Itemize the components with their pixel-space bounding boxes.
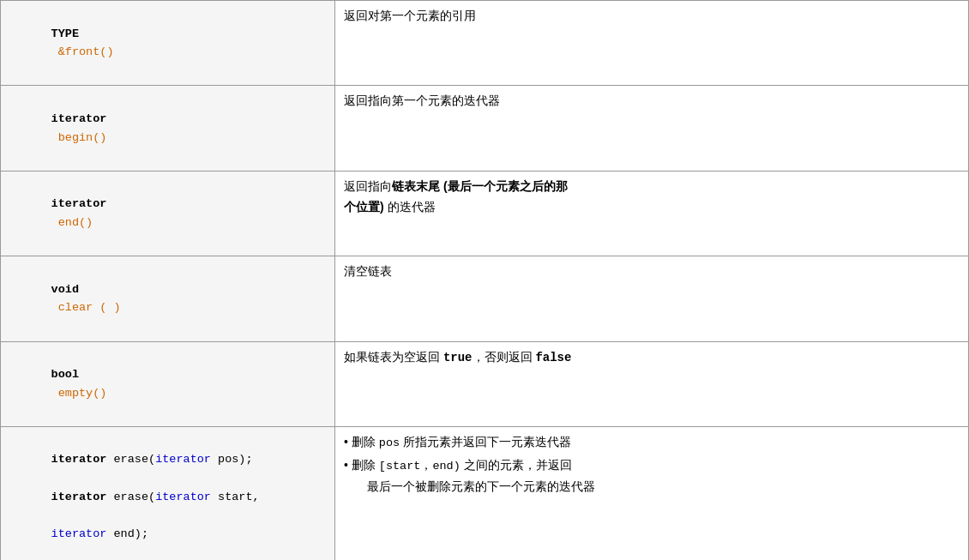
erase-desc-2: • 删除 [start，end) 之间的元素，并返回 最后一个被删除元素的下一个… [344, 455, 960, 497]
reference-table: TYPE &front() 返回对第一个元素的引用 iterator begin… [0, 0, 969, 560]
param-pos: pos); [211, 453, 253, 466]
desc-end-2: 的迭代器 [384, 200, 436, 214]
right-cell-erase: • 删除 pos 所指元素并返回下一元素迭代器 • 删除 [start，end)… [335, 426, 969, 560]
kw-true: true [443, 351, 472, 364]
right-cell-begin: 返回指向第一个元素的迭代器 [335, 86, 969, 171]
desc-begin: 返回指向第一个元素的迭代器 [344, 93, 500, 107]
keyword-iterator-erase1: iterator [51, 453, 107, 466]
erase-desc-1: • 删除 pos 所指元素并返回下一元素迭代器 [344, 432, 960, 454]
func-erase2: erase( [106, 491, 155, 503]
func-clear: clear ( ) [51, 301, 121, 314]
keyword-void-clear: void [51, 283, 79, 296]
type-iterator-erase2: iterator [155, 491, 211, 503]
type-iterator-erase1: iterator [155, 453, 211, 466]
right-cell-end: 返回指向链表末尾 (最后一个元素之后的那 个位置) 的迭代器 [335, 171, 969, 256]
param-end-erase: end); [106, 527, 148, 540]
desc-empty-1: 如果链表为空返回 [344, 350, 443, 364]
left-cell-front: TYPE &front() [1, 1, 335, 86]
desc-end-1: 返回指向 [344, 179, 392, 193]
right-cell-clear: 清空链表 [335, 256, 969, 341]
param-start: start, [211, 491, 260, 503]
func-begin: begin() [51, 131, 107, 144]
right-cell-front: 返回对第一个元素的引用 [335, 1, 969, 86]
desc-end-bold: 链表末尾 (最后一个元素之后的那 [392, 179, 568, 193]
type-iterator-erase3: iterator [51, 527, 107, 540]
left-cell-erase: iterator erase(iterator pos); iterator e… [1, 426, 335, 560]
table-row: TYPE &front() 返回对第一个元素的引用 [1, 1, 969, 86]
left-cell-end: iterator end() [1, 171, 335, 256]
table-row: void clear ( ) 清空链表 [1, 256, 969, 341]
kw-false: false [535, 351, 571, 364]
table-row: iterator begin() 返回指向第一个元素的迭代器 [1, 86, 969, 171]
keyword-bool: bool [51, 368, 79, 381]
func-front: &front() [51, 45, 114, 58]
func-empty: empty() [51, 387, 107, 400]
keyword-iterator-begin: iterator [51, 112, 107, 125]
keyword-iterator-erase2: iterator [51, 491, 107, 503]
keyword-iterator-end: iterator [51, 197, 107, 210]
right-cell-empty: 如果链表为空返回 true，否则返回 false [335, 341, 969, 426]
table-row: iterator erase(iterator pos); iterator e… [1, 426, 969, 560]
left-cell-empty: bool empty() [1, 341, 335, 426]
desc-clear: 清空链表 [344, 264, 392, 278]
desc-front: 返回对第一个元素的引用 [344, 9, 476, 22]
table-row: iterator end() 返回指向链表末尾 (最后一个元素之后的那 个位置)… [1, 171, 969, 256]
func-end: end() [51, 216, 93, 229]
keyword-type: TYPE [51, 27, 79, 40]
func-erase1: erase( [106, 453, 155, 466]
desc-end-bold2: 个位置) [344, 200, 384, 214]
table-row: bool empty() 如果链表为空返回 true，否则返回 false [1, 341, 969, 426]
desc-empty-2: ，否则返回 [472, 350, 536, 364]
left-cell-clear: void clear ( ) [1, 256, 335, 341]
left-cell-begin: iterator begin() [1, 86, 335, 171]
